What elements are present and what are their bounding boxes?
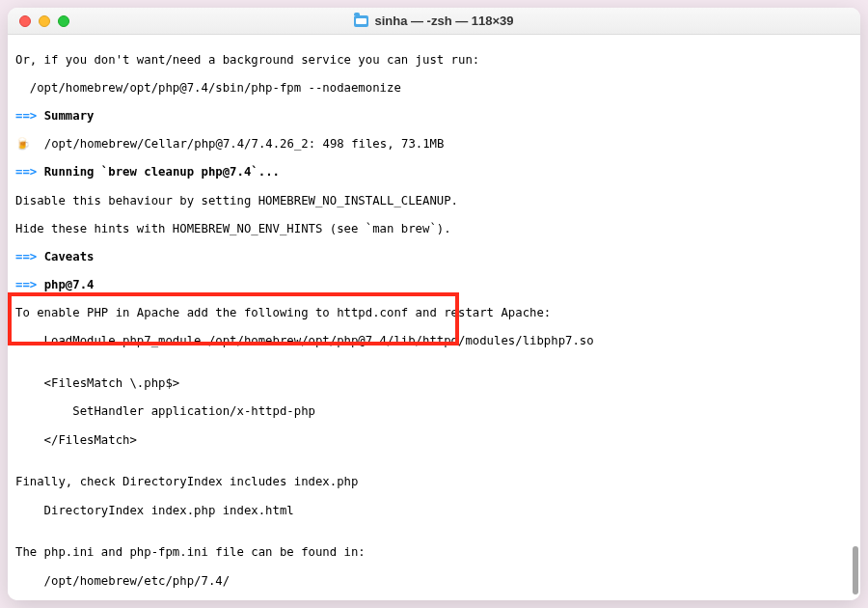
terminal-line: 🍺 /opt/homebrew/Cellar/php@7.4/7.4.26_2:… [15, 137, 853, 152]
terminal-line: Finally, check DirectoryIndex includes i… [15, 475, 853, 489]
title-text: sinha — -zsh — 118×39 [374, 14, 513, 28]
terminal-line: Hide these hints with HOMEBREW_NO_ENV_HI… [15, 222, 853, 236]
terminal-line: Disable this behaviour by setting HOMEBR… [15, 194, 853, 208]
traffic-lights [8, 15, 69, 27]
scrollbar-track[interactable] [853, 35, 858, 600]
terminal-line: ==> Caveats [15, 250, 853, 264]
section-heading: Summary [44, 109, 95, 123]
arrow-icon: ==> [15, 278, 37, 291]
terminal-line: SetHandler application/x-httpd-php [15, 404, 853, 419]
terminal-line: ==> Running `brew cleanup php@7.4`... [15, 165, 853, 180]
section-heading: Caveats [44, 250, 95, 263]
terminal-line: /opt/homebrew/opt/php@7.4/sbin/php-fpm -… [15, 81, 853, 96]
terminal-line: <FilesMatch \.php$> [15, 376, 853, 391]
minimize-button[interactable] [39, 15, 50, 27]
terminal-line: ==> Summary [15, 109, 853, 124]
arrow-icon: ==> [15, 109, 37, 123]
terminal-line: DirectoryIndex index.php index.html [15, 504, 853, 518]
window-title: sinha — -zsh — 118×39 [8, 14, 860, 28]
summary-text: /opt/homebrew/Cellar/php@7.4/7.4.26_2: 4… [30, 137, 444, 151]
arrow-icon: ==> [15, 250, 37, 263]
terminal-line: The php.ini and php-fpm.ini file can be … [15, 545, 853, 560]
terminal-line: Or, if you don't want/need a background … [15, 53, 853, 68]
terminal-line: LoadModule php7_module /opt/homebrew/opt… [15, 334, 853, 348]
section-heading: php@7.4 [44, 278, 95, 291]
terminal-line: </FilesMatch> [15, 433, 853, 448]
beer-icon: 🍺 [15, 137, 30, 152]
arrow-icon: ==> [15, 165, 37, 179]
maximize-button[interactable] [58, 15, 69, 27]
scrollbar-thumb[interactable] [853, 546, 858, 594]
folder-icon [354, 15, 368, 27]
terminal-line: ==> php@7.4 [15, 278, 853, 292]
terminal-line: To enable PHP in Apache add the followin… [15, 306, 853, 320]
terminal-line: /opt/homebrew/etc/php/7.4/ [15, 574, 853, 589]
titlebar[interactable]: sinha — -zsh — 118×39 [8, 8, 860, 35]
close-button[interactable] [19, 15, 31, 27]
terminal-body[interactable]: Or, if you don't want/need a background … [8, 35, 860, 600]
section-heading: Running `brew cleanup php@7.4`... [44, 165, 280, 179]
terminal-window: sinha — -zsh — 118×39 Or, if you don't w… [8, 8, 860, 600]
